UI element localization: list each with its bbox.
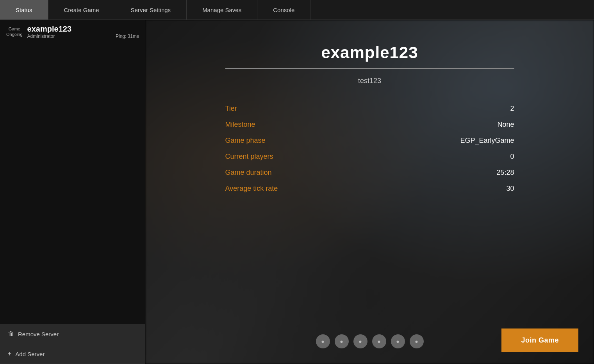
stats-table: Tier2MilestoneNoneGame phaseEGP_EarlyGam…: [225, 101, 514, 197]
sidebar-spacer: [0, 44, 145, 324]
tab-status[interactable]: Status: [0, 0, 48, 20]
ping-display: Ping: 31ms: [116, 34, 139, 39]
social-icons-bar: ● ● ● ● ● ●: [316, 334, 424, 348]
plus-icon: +: [8, 350, 11, 357]
top-navigation: Status Create Game Server Settings Manag…: [0, 0, 594, 20]
join-game-button-wrap: Join Game: [501, 328, 578, 352]
stats-label-5: Average tick rate: [225, 185, 278, 193]
stats-label-2: Game phase: [225, 137, 266, 145]
stats-value-1: None: [497, 121, 514, 129]
sidebar: Game Ongoing example123 Administrator Pi…: [0, 20, 145, 364]
remove-server-label: Remove Server: [18, 331, 59, 337]
stats-row: Game phaseEGP_EarlyGame: [225, 133, 514, 149]
tab-server-settings[interactable]: Server Settings: [115, 0, 187, 20]
add-server-label: Add Server: [15, 351, 45, 357]
server-role: Administrator: [27, 34, 111, 39]
social-icon-5[interactable]: ●: [391, 334, 405, 348]
stats-label-0: Tier: [225, 105, 237, 113]
status-label: Ongoing: [6, 32, 23, 37]
stats-value-4: 25:28: [496, 169, 514, 177]
stats-label-3: Current players: [225, 153, 273, 161]
stats-row: Average tick rate30: [225, 181, 514, 197]
social-icon-3[interactable]: ●: [353, 334, 367, 348]
tab-manage-saves[interactable]: Manage Saves: [187, 0, 257, 20]
social-icon-2[interactable]: ●: [335, 334, 349, 348]
game-title: example123: [225, 43, 514, 69]
stats-value-2: EGP_EarlyGame: [460, 137, 514, 145]
server-name-block: example123 Administrator: [27, 25, 111, 39]
server-status-badge: Game Ongoing: [6, 27, 23, 37]
sidebar-bottom-buttons: 🗑 Remove Server + Add Server: [0, 324, 145, 364]
stats-row: MilestoneNone: [225, 117, 514, 133]
stats-row: Game duration25:28: [225, 165, 514, 181]
trash-icon: 🗑: [8, 330, 14, 337]
main-content: example123 test123 Tier2MilestoneNoneGam…: [145, 20, 594, 364]
tab-create-game[interactable]: Create Game: [48, 0, 115, 20]
main-layout: Game Ongoing example123 Administrator Pi…: [0, 20, 594, 364]
social-icon-1[interactable]: ●: [316, 334, 330, 348]
join-game-button[interactable]: Join Game: [501, 328, 578, 352]
stats-row: Tier2: [225, 101, 514, 117]
add-server-button[interactable]: + Add Server: [0, 344, 145, 364]
stats-row: Current players0: [225, 149, 514, 165]
tab-console[interactable]: Console: [257, 0, 310, 20]
social-icon-4[interactable]: ●: [372, 334, 386, 348]
stats-label-1: Milestone: [225, 121, 255, 129]
stats-value-0: 2: [510, 105, 514, 113]
game-label: Game: [9, 27, 20, 32]
remove-server-button[interactable]: 🗑 Remove Server: [0, 324, 145, 344]
server-name: example123: [27, 25, 111, 34]
stats-value-5: 30: [506, 185, 514, 193]
stats-label-4: Game duration: [225, 169, 272, 177]
content-panel: example123 test123 Tier2MilestoneNoneGam…: [194, 20, 546, 220]
game-subtitle: test123: [225, 77, 514, 85]
social-icon-6[interactable]: ●: [410, 334, 424, 348]
stats-value-3: 0: [510, 153, 514, 161]
server-info: Game Ongoing example123 Administrator Pi…: [0, 20, 145, 44]
